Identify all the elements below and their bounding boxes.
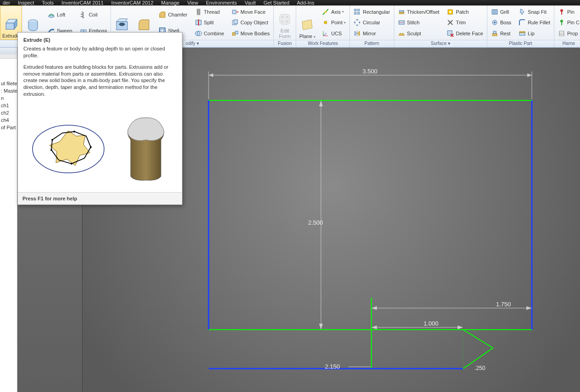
plane-button[interactable]: Plane — [296, 6, 318, 40]
ribbon-group-label: Pattern — [350, 40, 393, 47]
svg-rect-37 — [354, 9, 356, 11]
browser-item[interactable]: ch2 — [0, 109, 17, 116]
loft-icon — [48, 11, 55, 18]
menu-item[interactable]: Manage — [161, 0, 180, 6]
pin-icon — [558, 8, 565, 16]
svg-point-28 — [282, 21, 283, 22]
loft-button[interactable]: Loft — [46, 10, 74, 20]
svg-point-29 — [286, 21, 288, 22]
mirror-button[interactable]: Mirror — [352, 28, 392, 39]
patch-button[interactable]: Patch — [445, 7, 485, 17]
copy-icon — [232, 19, 239, 26]
browser-item[interactable]: ch1 — [0, 102, 17, 109]
prop-icon — [558, 30, 565, 37]
grill-button[interactable]: Grill — [489, 7, 513, 17]
menu-item[interactable]: InventorCAM 2011 — [61, 0, 104, 6]
prop-button[interactable]: Prop — [556, 28, 580, 39]
ribbon-group-label: Surface ▾ — [394, 40, 487, 47]
tooltip-p1: Creates a feature or body by adding dept… — [23, 45, 177, 59]
thicken-button[interactable]: Thicken/Offset — [396, 7, 442, 17]
circ-pattern-button[interactable]: Circular — [352, 17, 392, 28]
ribbon-group-label: Harne — [554, 40, 580, 47]
boss-button[interactable]: Boss — [489, 17, 513, 28]
editform-button[interactable]: Edit Form — [274, 6, 296, 40]
sculpt-button[interactable]: Sculpt — [396, 28, 442, 39]
boss-icon — [491, 19, 498, 26]
split-button[interactable]: Split — [193, 17, 226, 28]
axis-button[interactable]: Axis — [320, 7, 348, 17]
svg-point-98 — [90, 146, 92, 148]
svg-rect-64 — [519, 33, 525, 35]
chamfer-icon — [159, 11, 166, 18]
menu-item[interactable]: Inspect — [18, 0, 34, 6]
pin-button[interactable]: Pin — [556, 7, 580, 17]
svg-rect-25 — [280, 14, 290, 24]
rest-button[interactable]: Rest — [489, 28, 513, 39]
dim-small: .250 — [475, 365, 486, 371]
extrude-tooltip: Extrude (E) Creates a feature or body by… — [17, 32, 182, 205]
thread-button[interactable]: Thread — [193, 7, 226, 17]
svg-point-43 — [359, 22, 360, 23]
svg-marker-78 — [527, 73, 532, 77]
browser-item[interactable]: : Master — [0, 87, 17, 94]
svg-line-36 — [323, 33, 326, 36]
circp-icon — [354, 19, 361, 26]
rulefillet-button[interactable]: Rule Fillet — [517, 17, 552, 28]
menu-item[interactable]: Tools — [42, 0, 54, 6]
menu-item[interactable]: Add-Ins — [297, 0, 315, 6]
split-icon — [195, 19, 202, 26]
rect-pattern-button[interactable]: Rectangular — [352, 7, 392, 17]
svg-rect-48 — [399, 12, 404, 14]
dim-vert: 2.500 — [308, 219, 323, 226]
combine-button[interactable]: Combine — [193, 28, 226, 39]
moveface-button[interactable]: Move Face — [230, 7, 272, 17]
lip-button[interactable]: Lip — [517, 28, 552, 39]
svg-marker-30 — [302, 20, 312, 30]
browser-item[interactable]: of Part — [0, 124, 17, 131]
browser-item[interactable]: n — [0, 94, 17, 102]
svg-point-4 — [49, 16, 54, 17]
ucs-icon — [322, 30, 329, 37]
svg-rect-70 — [559, 31, 564, 36]
ucs-button[interactable]: UCS — [320, 28, 348, 39]
svg-marker-83 — [319, 324, 323, 330]
browser-item[interactable]: ch4 — [0, 116, 17, 124]
model-browser[interactable]: ut fileted: Masternch1ch2ch4of Part — [0, 48, 17, 392]
svg-point-96 — [51, 139, 53, 141]
svg-marker-82 — [319, 100, 323, 106]
dim-mid: 1.000 — [424, 320, 439, 327]
menu-item[interactable]: View — [187, 0, 198, 6]
snapfit-button[interactable]: Snap Fit — [517, 7, 552, 17]
lip-icon — [519, 30, 526, 37]
pinc-button[interactable]: Pin C — [556, 17, 580, 28]
delface-icon — [447, 30, 454, 37]
svg-rect-20 — [232, 10, 236, 14]
menu-item[interactable]: Vault — [244, 0, 255, 6]
browser-item[interactable]: ut fileted — [0, 80, 17, 87]
menu-item[interactable]: Get Started — [264, 0, 289, 6]
trim-button[interactable]: Trim — [445, 17, 485, 28]
copyobject-button[interactable]: Copy Object — [230, 17, 272, 28]
svg-marker-89 — [526, 306, 532, 310]
svg-point-99 — [71, 163, 72, 165]
menu-item[interactable]: Environments — [206, 0, 237, 6]
trim-icon — [447, 19, 454, 26]
chamfer-button[interactable]: Chamfer — [157, 10, 189, 20]
menu-item[interactable]: der — [3, 0, 10, 6]
menu-item[interactable]: InventorCAM 2012 — [111, 0, 154, 6]
stitch-icon — [398, 19, 405, 26]
point-icon — [322, 19, 329, 26]
coil-button[interactable]: Coil — [78, 10, 109, 20]
extrude-icon — [3, 17, 19, 32]
point-button[interactable]: Point — [320, 17, 348, 28]
snapfit-icon — [519, 8, 526, 16]
combine-icon — [195, 30, 202, 37]
mirror-icon — [354, 30, 361, 37]
ribbon-group-label: Plastic Part — [487, 40, 554, 47]
ribbon-group-label: Work Features — [296, 40, 349, 47]
svg-point-42 — [357, 19, 358, 21]
movebodies-button[interactable]: Move Bodies — [230, 28, 272, 39]
stitch-button[interactable]: Stitch — [396, 17, 442, 28]
svg-point-33 — [324, 21, 327, 24]
deleteface-button[interactable]: Delete Face — [445, 28, 485, 39]
